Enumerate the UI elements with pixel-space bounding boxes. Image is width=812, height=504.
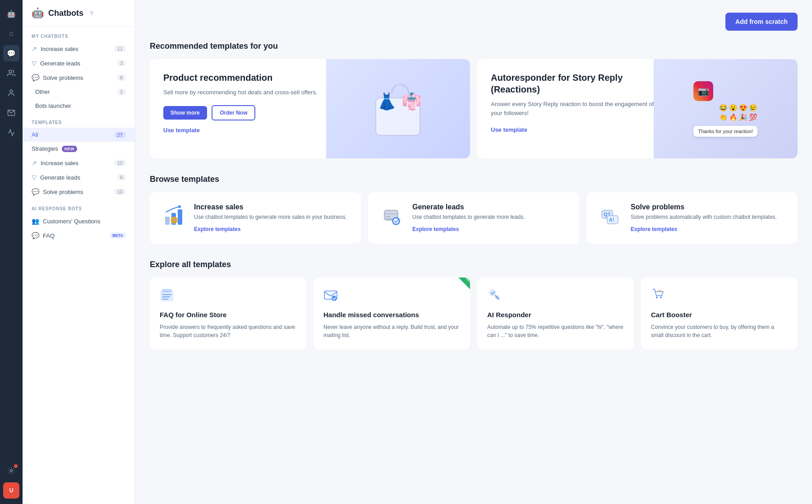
explore-card-desc: Provide answers to frequently asked ques… <box>160 323 296 339</box>
generate-leads-tmpl-icon: ▽ <box>32 174 37 181</box>
browse-card-desc: Use chatbot templates to generate more l… <box>412 213 525 221</box>
sidebar-item-generate-leads[interactable]: ▽ Generate leads 3 <box>23 56 135 70</box>
main-content: Add from scratch Recommended templates f… <box>135 0 812 504</box>
ai-responder-icon <box>487 287 624 305</box>
generate-leads-icon: ▽ <box>32 60 37 67</box>
svg-point-24 <box>332 296 337 301</box>
instagram-illustration: 📷 😂 😮 😍 😢 👏 🔥 🎉 💯 Thanks for your reacti… <box>654 59 798 158</box>
browse-section-title: Browse templates <box>150 175 798 184</box>
browse-card-title: Increase sales <box>194 203 347 211</box>
recommended-grid: Product recommendation Sell more by reco… <box>150 59 798 158</box>
generate-leads-browse-icon <box>379 203 406 230</box>
faq-store-icon <box>160 287 296 305</box>
increase-sales-tmpl-icon: ↗ <box>32 159 37 166</box>
sidebar-item-solve-problems-tmpl[interactable]: 💬 Solve problems 10 <box>23 185 135 199</box>
template-card-product-recommendation: Product recommendation Sell more by reco… <box>150 59 470 158</box>
product-illustration: 👗 👘 <box>326 59 471 158</box>
sidebar-item-generate-leads-tmpl[interactable]: ▽ Generate leads 6 <box>23 170 135 185</box>
beta-badge: BETA <box>110 232 126 239</box>
sidebar-item-count: 10 <box>114 189 126 195</box>
svg-rect-19 <box>162 289 171 292</box>
sidebar-item-strategies[interactable]: Strategies NEW <box>23 142 135 156</box>
svg-point-28 <box>660 296 662 298</box>
solve-problems-icon: 💬 <box>32 74 39 81</box>
browse-card-generate-leads[interactable]: Generate leads Use chatbot templates to … <box>368 192 579 244</box>
settings-icon[interactable] <box>3 462 19 479</box>
templates-label: TEMPLATES <box>23 113 135 128</box>
sidebar-item-increase-sales-tmpl[interactable]: ↗ Increase sales 10 <box>23 156 135 170</box>
sidebar-item-label: Solve problems <box>43 189 83 195</box>
explore-link-leads[interactable]: Explore templates <box>412 226 459 232</box>
analytics-icon[interactable] <box>3 125 19 141</box>
new-badge: NEW <box>62 146 78 152</box>
explore-card-cart-booster[interactable]: Cart Booster Convince your customers to … <box>641 277 798 349</box>
user-avatar-icon[interactable]: U <box>3 482 19 499</box>
sidebar-item-label: Other <box>35 88 50 95</box>
sidebar-item-label: FAQ <box>43 232 55 239</box>
logo-icon[interactable]: 🤖 <box>3 5 19 22</box>
card-description: Answer every Story Reply reaction to boo… <box>491 100 663 117</box>
show-more-button[interactable]: Show more <box>163 106 207 120</box>
explore-card-missed-conv[interactable]: NEW Handle missed conversations Never le… <box>314 277 470 349</box>
explore-card-desc: Convince your customers to buy, by offer… <box>651 323 788 339</box>
email-icon[interactable] <box>3 105 19 121</box>
order-now-button[interactable]: Order Now <box>212 105 255 120</box>
sidebar-item-other[interactable]: Other 2 <box>23 85 135 99</box>
explore-card-faq-store[interactable]: FAQ for Online Store Provide answers to … <box>150 277 306 349</box>
browse-card-desc: Use chatbot templates to generate more s… <box>194 213 347 221</box>
svg-point-13 <box>393 218 399 224</box>
new-corner-badge: NEW <box>443 277 470 305</box>
recommended-section-title: Recommended templates for you <box>150 42 798 51</box>
increase-sales-icon: ↗ <box>32 45 37 52</box>
explore-card-ai-responder[interactable]: AI Responder Automate up to 75% repetiti… <box>477 277 634 349</box>
chatbot-header-icon: 🤖 <box>32 7 44 19</box>
contacts-icon[interactable] <box>3 65 19 81</box>
browse-card-increase-sales[interactable]: 🛒 Increase sales Use chatbot templates t… <box>150 192 361 244</box>
use-template-link-2[interactable]: Use template <box>491 126 527 133</box>
browse-card-desc: Solve problems automatically with custom… <box>631 213 777 221</box>
svg-text:A!: A! <box>609 217 614 222</box>
chatbot-nav-icon[interactable]: 💬 <box>3 45 19 61</box>
sidebar-item-bots-launcher[interactable]: Bots launcher <box>23 99 135 113</box>
explore-card-title: Handle missed conversations <box>323 310 460 319</box>
template-card-autoresponder: Autoresponder for Story Reply (Reactions… <box>477 59 798 158</box>
sidebar-item-customers-questions[interactable]: 👥 Customers' Questions <box>23 214 135 228</box>
explore-link-sales[interactable]: Explore templates <box>194 226 240 232</box>
sidebar-item-increase-sales[interactable]: ↗ Increase sales 11 <box>23 42 135 56</box>
add-from-scratch-button[interactable]: Add from scratch <box>725 13 798 31</box>
top-bar: Add from scratch <box>150 13 798 31</box>
sidebar-item-label: Bots launcher <box>35 102 71 109</box>
browse-grid: 🛒 Increase sales Use chatbot templates t… <box>150 192 798 244</box>
sidebar-item-solve-problems[interactable]: 💬 Solve problems 8 <box>23 70 135 85</box>
svg-point-26 <box>495 296 499 299</box>
sidebar-item-count: 27 <box>114 132 126 138</box>
sidebar-item-faq[interactable]: 💬 FAQ BETA <box>23 228 135 243</box>
increase-sales-browse-icon: 🛒 <box>161 203 188 230</box>
profile-icon[interactable] <box>3 85 19 101</box>
sidebar-item-label: Generate leads <box>40 174 80 181</box>
explore-card-desc: Never leave anyone without a reply. Buil… <box>323 323 460 339</box>
use-template-link[interactable]: Use template <box>163 127 200 134</box>
svg-point-27 <box>656 296 658 298</box>
sidebar-item-label: Increase sales <box>41 46 78 52</box>
sidebar-item-label: Generate leads <box>40 60 80 67</box>
sidebar-item-all[interactable]: All 27 <box>23 128 135 142</box>
home-icon[interactable]: ⌂ <box>3 25 19 42</box>
sidebar: 🤖 Chatbots ? MY CHATBOTS ↗ Increase sale… <box>23 0 135 504</box>
svg-point-0 <box>9 70 12 73</box>
svg-rect-6 <box>178 209 182 225</box>
explore-link-problems[interactable]: Explore templates <box>631 226 677 232</box>
missed-conv-icon <box>323 287 460 305</box>
customers-questions-icon: 👥 <box>32 217 39 225</box>
explore-card-title: Cart Booster <box>651 310 788 319</box>
sidebar-item-label: Customers' Questions <box>43 218 100 225</box>
sidebar-title: Chatbots <box>48 9 83 18</box>
solve-problems-browse-icon: Q? A! <box>597 203 624 230</box>
browse-card-solve-problems[interactable]: Q? A! Solve problems Solve problems auto… <box>586 192 798 244</box>
svg-point-3 <box>10 470 13 472</box>
sidebar-item-label: All <box>32 131 38 138</box>
browse-card-title: Generate leads <box>412 203 525 211</box>
help-icon[interactable]: ? <box>90 10 93 17</box>
solve-problems-tmpl-icon: 💬 <box>32 188 39 195</box>
svg-rect-4 <box>165 217 170 225</box>
